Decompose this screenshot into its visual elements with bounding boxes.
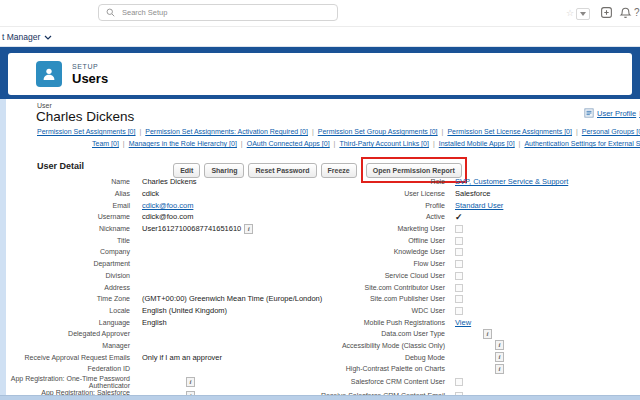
setup-nav-bar [0, 27, 640, 47]
field-value: ✓ [445, 211, 636, 223]
link-separator: | [515, 140, 525, 147]
user-profile-link[interactable]: User Profile [597, 109, 636, 118]
field-label: Locale [6, 305, 130, 317]
info-icon[interactable]: i [495, 352, 504, 362]
link-separator: | [308, 128, 318, 135]
checkbox-unchecked [455, 378, 463, 386]
related-list-link[interactable]: Permission Set Group Assignments [0] [318, 128, 438, 135]
field-value: (GMT+00:00) Greenwich Mean Time (Europe/… [130, 293, 290, 305]
setup-banner-card: SETUP Users [8, 53, 632, 95]
user-profile-icon [584, 108, 594, 118]
field-value: i [130, 375, 290, 389]
search-input[interactable] [115, 8, 337, 17]
info-icon[interactable]: i [186, 377, 195, 387]
field-value [130, 258, 290, 270]
field-label: Accessibility Mode (Classic Only) [290, 340, 445, 352]
field-label: WDC User [290, 305, 445, 317]
field-label: High-Contrast Palette on Charts [290, 363, 445, 375]
field-label: Delegated Approver [6, 328, 130, 340]
setup-page-banner: SETUP Users [0, 47, 640, 99]
field-label: Flow User [290, 258, 445, 270]
related-list-link[interactable]: Permission Set Assignments: Activation R… [145, 128, 308, 135]
user-detail-table: NameCharles DickensRoleSVP, Customer Ser… [6, 176, 636, 400]
field-value: English (United Kingdom) [130, 305, 290, 317]
field-value [445, 305, 636, 317]
checkbox-unchecked [455, 295, 463, 303]
field-value-link[interactable]: View [455, 318, 471, 327]
detail-row: Emailcdick@foo.comProfileStandard User [6, 199, 636, 211]
related-list-link[interactable]: Permission Set Assignments [0] [37, 128, 135, 135]
field-value: i [445, 363, 636, 375]
field-value: i [445, 340, 636, 352]
field-label: Title [6, 234, 130, 246]
link-separator: | [237, 140, 247, 147]
field-value [445, 270, 636, 282]
field-value: User16127100687741651610i [130, 223, 290, 235]
checkbox-unchecked [455, 307, 463, 315]
add-box-icon[interactable] [600, 6, 613, 19]
users-entity-icon [36, 61, 62, 87]
field-label: Receive Approval Request Emails [6, 351, 130, 363]
help-icon[interactable]: ? [634, 7, 640, 18]
field-value [130, 270, 290, 282]
field-value [445, 293, 636, 305]
field-value: English [130, 316, 290, 328]
global-header-bar: ☆ ? [0, 0, 640, 27]
related-list-link[interactable]: Personal Groups [0] [582, 128, 640, 135]
field-label: Federation ID [6, 363, 130, 375]
notifications-bell-icon[interactable] [619, 6, 632, 19]
field-label: Manager [6, 340, 130, 352]
info-icon[interactable]: i [495, 340, 504, 350]
field-value [445, 234, 636, 246]
info-icon[interactable]: i [244, 224, 253, 234]
field-label: Mobile Push Registrations [290, 316, 445, 328]
search-icon [106, 8, 115, 17]
field-value: Standard User [445, 199, 636, 211]
field-label: Name [6, 176, 130, 188]
field-value: SVP, Customer Service & Support [445, 176, 636, 188]
field-label: Service Cloud User [290, 270, 445, 282]
field-value-link[interactable]: cdick@foo.com [142, 201, 193, 210]
favorites-star-icon[interactable]: ☆ [566, 8, 574, 18]
field-value: cdick [130, 188, 290, 200]
field-label: Salesforce CRM Content User [290, 375, 445, 389]
field-label: Alias [6, 188, 130, 200]
detail-row: NameCharles DickensRoleSVP, Customer Ser… [6, 176, 636, 188]
detail-row: Usernamecdick@foo.comActive✓ [6, 211, 636, 223]
field-label: Language [6, 316, 130, 328]
detail-row: LocaleEnglish (United Kingdom)WDC User [6, 305, 636, 317]
info-icon[interactable]: i [495, 364, 504, 374]
setup-search-box[interactable] [98, 4, 338, 21]
field-value-link[interactable]: SVP, Customer Service & Support [455, 177, 568, 186]
detail-row: Time Zone(GMT+00:00) Greenwich Mean Time… [6, 293, 636, 305]
detail-row: CompanyKnowledge User [6, 246, 636, 258]
field-label: Debug Mode [290, 351, 445, 363]
field-value-link[interactable]: Standard User [455, 201, 503, 210]
related-list-link[interactable]: Permission Set License Assignments [0] [447, 128, 572, 135]
related-list-link[interactable]: OAuth Connected Apps [0] [247, 140, 330, 147]
link-separator: | [429, 140, 439, 147]
favorites-dropdown-button[interactable] [576, 8, 590, 20]
field-value: i [445, 328, 636, 340]
field-value [445, 375, 636, 389]
field-value [130, 340, 290, 352]
related-list-link[interactable]: Team [0] [92, 140, 119, 147]
field-value: cdick@foo.com [130, 199, 290, 211]
checkbox-unchecked [455, 284, 463, 292]
tab-object-manager[interactable]: t Manager [2, 32, 52, 42]
field-label: Knowledge User [290, 246, 445, 258]
detail-row: DivisionService Cloud User [6, 270, 636, 282]
related-list-link[interactable]: Installed Mobile Apps [0] [439, 140, 515, 147]
checkmark-icon: ✓ [455, 212, 463, 222]
checkbox-unchecked [455, 225, 463, 233]
field-value: Only if I am an approver [130, 351, 290, 363]
related-list-link[interactable]: Managers in the Role Hierarchy [0] [129, 140, 237, 147]
detail-row: Delegated ApproverData.com User Typei [6, 328, 636, 340]
related-list-link[interactable]: Authentication Settings for External Sys… [524, 140, 640, 147]
tab-label: t Manager [2, 32, 40, 42]
related-links-row-1: Permission Set Assignments [0]|Permissio… [37, 128, 640, 135]
field-value [130, 234, 290, 246]
field-label: Active [290, 211, 445, 223]
info-icon[interactable]: i [483, 329, 492, 339]
related-list-link[interactable]: Third-Party Account Links [0] [339, 140, 428, 147]
